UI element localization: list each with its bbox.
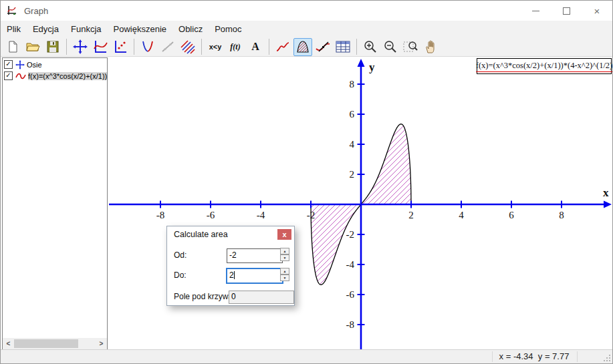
list-item-function[interactable]: ✓ f(x)=(x^3*cos(x/2)+(x/1))* — [4, 71, 107, 81]
minimize-button[interactable] — [520, 1, 551, 21]
area-result-label: Pole pod krzywą: — [174, 292, 235, 301]
insert-function-button[interactable] — [91, 38, 110, 56]
insert-tangent-button[interactable] — [158, 38, 177, 56]
svg-text:-6: -6 — [207, 210, 215, 220]
do-input[interactable]: 2 — [227, 268, 283, 283]
tangent-disabled-icon — [160, 39, 175, 54]
open-file-button[interactable] — [23, 38, 42, 56]
svg-text:2: 2 — [408, 210, 414, 220]
spin-up-icon[interactable]: ▲ — [280, 268, 289, 275]
save-floppy-icon — [46, 40, 59, 53]
svg-text:8: 8 — [559, 210, 564, 220]
zoom-out-icon — [383, 39, 398, 54]
menu-plik[interactable]: Plik — [1, 21, 27, 37]
maximize-button[interactable] — [551, 1, 582, 21]
do-spinner[interactable]: ▲ ▼ — [280, 268, 289, 281]
svg-text:-4: -4 — [257, 210, 265, 220]
insert-relation-button[interactable]: x<y — [206, 38, 225, 56]
od-input[interactable]: -2 — [227, 248, 283, 263]
zoom-window-button[interactable] — [401, 38, 420, 56]
scrollbar-thumb[interactable] — [14, 339, 78, 348]
svg-text:6: 6 — [350, 109, 355, 120]
zoom-out-button[interactable] — [381, 38, 400, 56]
evaluate-trace-button[interactable] — [273, 38, 292, 56]
open-folder-icon — [25, 40, 40, 53]
zoom-in-button[interactable] — [361, 38, 380, 56]
toolbar-separator — [269, 39, 269, 55]
insert-point-series-button[interactable] — [111, 38, 130, 56]
zoom-window-icon — [402, 39, 418, 54]
menu-pomoc[interactable]: Pomoc — [209, 21, 247, 37]
axes-settings-button[interactable] — [71, 38, 90, 56]
minimize-icon — [532, 11, 539, 11]
scroll-left-icon[interactable]: < — [3, 338, 14, 349]
insert-parametric-button[interactable]: f(t) — [226, 38, 245, 56]
svg-text:2: 2 — [350, 169, 355, 180]
dialog-close-button[interactable]: x — [277, 229, 291, 240]
insert-relation-shading-button[interactable] — [178, 38, 197, 56]
close-button[interactable]: × — [582, 1, 612, 21]
insert-text-label-button[interactable]: A — [246, 38, 265, 56]
calculate-area-dialog[interactable]: Calculate area x Od: -2 ▲ ▼ Do: 2 ▲ ▼ Po… — [166, 226, 295, 306]
area-under-curve-icon — [295, 40, 310, 53]
app-logo-icon — [6, 5, 18, 17]
title-bar[interactable]: Graph × — [1, 1, 612, 21]
save-button[interactable] — [43, 38, 62, 56]
v-curves-icon — [140, 39, 156, 54]
function-list-panel: ✓ Osie ✓ f(x)=(x^3*cos(x/2)+(x/1))* < > — [2, 57, 108, 350]
area-result-field: 0 — [229, 291, 294, 304]
app-window: Graph × Plik Edycja Funkcja Powiększenie… — [0, 0, 613, 364]
axes-cross-icon — [73, 39, 88, 54]
spin-down-icon[interactable]: ▼ — [280, 275, 289, 281]
svg-text:x: x — [603, 186, 609, 199]
trace-curve-icon — [275, 40, 290, 53]
insert-shading-button[interactable] — [138, 38, 157, 56]
hatch-icon — [180, 39, 196, 54]
svg-text:8: 8 — [350, 79, 355, 89]
svg-text:4: 4 — [350, 139, 355, 150]
panel-horizontal-scrollbar[interactable]: < > — [3, 338, 107, 349]
cursor-coordinates: x = -4.34 y = 7.77 — [493, 351, 575, 361]
legend-formula: f(x)=(x^3*cos(x/2)+(x/1))*(4-x^2)^(1/2) — [476, 61, 613, 72]
zoom-in-icon — [363, 39, 378, 54]
window-title: Graph — [24, 6, 48, 16]
axes-checkbox[interactable]: ✓ — [4, 60, 13, 69]
cursor-y: y = 7.77 — [538, 351, 570, 361]
maximize-icon — [563, 7, 570, 15]
axes-item-label: Osie — [27, 61, 42, 69]
toolbar: x<y f(t) A — [1, 37, 612, 57]
scroll-right-icon[interactable]: > — [96, 338, 107, 349]
svg-text:6: 6 — [509, 210, 514, 220]
statusbar-separator — [577, 351, 578, 362]
status-bar: x = -4.34 y = 7.77 — [1, 349, 612, 363]
legend-box: f(x)=(x^3*cos(x/2)+(x/1))*(4-x^2)^(1/2) — [477, 58, 612, 74]
new-document-button[interactable] — [3, 38, 22, 56]
od-spinner[interactable]: ▲ ▼ — [280, 248, 289, 261]
graph-canvas[interactable]: -8-6-4-22468-8-6-4-22468xy — [108, 57, 612, 350]
function-checkbox[interactable]: ✓ — [4, 71, 13, 80]
cursor-x: x = -4.34 — [499, 351, 533, 361]
spin-down-icon[interactable]: ▼ — [280, 254, 289, 261]
menu-oblicz[interactable]: Oblicz — [172, 21, 209, 37]
svg-text:-2: -2 — [346, 229, 355, 240]
calculate-path-length-button[interactable] — [314, 38, 332, 56]
move-pan-button[interactable] — [421, 38, 440, 56]
menu-edycja[interactable]: Edycja — [27, 21, 65, 37]
function-item-label: f(x)=(x^3*cos(x/2)+(x/1))* — [28, 72, 107, 80]
svg-text:-8: -8 — [156, 210, 165, 220]
svg-text:-2: -2 — [307, 210, 316, 220]
svg-text:4: 4 — [459, 210, 464, 220]
list-item-axes[interactable]: ✓ Osie — [4, 59, 107, 69]
relation-icon: x<y — [209, 43, 222, 51]
menu-funkcja[interactable]: Funkcja — [65, 21, 108, 37]
do-label: Do: — [174, 270, 187, 280]
text-caret — [234, 271, 235, 279]
svg-text:y: y — [369, 61, 375, 73]
menu-powiekszenie[interactable]: Powiększenie — [108, 21, 173, 37]
dialog-title: Calculate area — [174, 230, 228, 239]
show-table-button[interactable] — [334, 38, 352, 56]
text-label-icon: A — [251, 41, 259, 53]
calculate-area-button[interactable] — [293, 38, 312, 56]
spin-up-icon[interactable]: ▲ — [280, 248, 289, 254]
resize-grip-icon[interactable] — [602, 353, 612, 363]
